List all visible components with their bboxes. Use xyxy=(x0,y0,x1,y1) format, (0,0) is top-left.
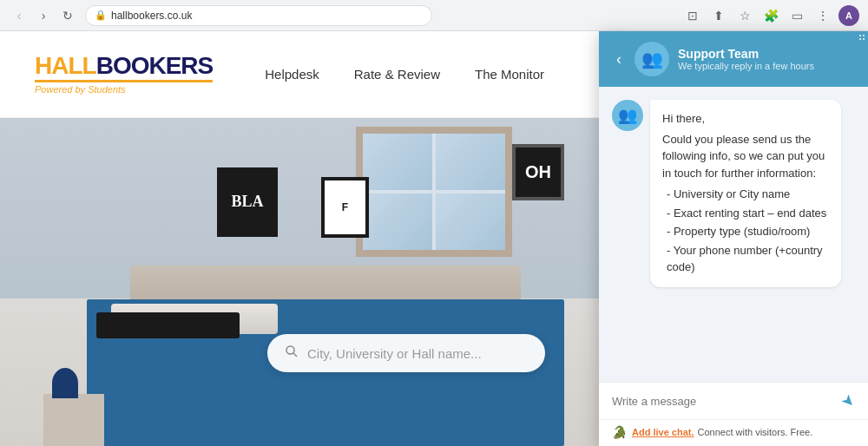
logo-hall: HALL xyxy=(35,52,96,79)
art-frame-2: F xyxy=(321,177,369,238)
window-pane-3 xyxy=(363,193,432,250)
search-icon xyxy=(285,344,299,362)
chat-list-item-2: - Exact renting start – end dates xyxy=(667,204,829,223)
chat-support-avatar: 👥 xyxy=(635,42,669,76)
chat-attribution-link[interactable]: Add live chat. xyxy=(632,427,694,437)
sidebar-icon[interactable]: ▭ xyxy=(786,5,807,26)
window-pane-1 xyxy=(363,134,432,190)
art-frame-1: BLA xyxy=(217,167,278,237)
chat-attribution-logo: 🐊 xyxy=(612,425,627,439)
clock xyxy=(52,368,78,398)
window-frame xyxy=(356,127,512,257)
chat-status: We typically reply in a few hours xyxy=(678,61,855,71)
nav-rate-review[interactable]: Rate & Review xyxy=(354,67,440,82)
logo-tagline: Powered by Students xyxy=(35,84,213,95)
chat-list-item-4: - Your phone number (+country code) xyxy=(667,241,829,277)
chat-header: ‹ 👥 Support Team We typically reply in a… xyxy=(599,31,868,87)
chat-list: - University or City name - Exact rentin… xyxy=(667,185,829,277)
chat-team-name: Support Team xyxy=(678,47,855,61)
bed-pillow-2 xyxy=(96,312,240,338)
nightstand xyxy=(43,394,104,446)
browser-chrome: ‹ › ↻ 🔒 hallbookers.co.uk ⊡ ⬆ ☆ 🧩 ▭ ⋮ A xyxy=(0,0,868,31)
chat-body: 👥 Hi there, Could you please send us the… xyxy=(599,87,868,382)
search-placeholder: City, University or Hall name... xyxy=(307,346,482,361)
chat-bubble: Hi there, Could you please send us the f… xyxy=(650,100,841,287)
resize-dots-icon xyxy=(859,35,865,40)
chat-attribution-text: Connect with visitors. Free. xyxy=(698,427,813,437)
lock-icon: 🔒 xyxy=(95,10,107,21)
cast-icon[interactable]: ⊡ xyxy=(682,5,703,26)
reload-button[interactable]: ↻ xyxy=(57,5,78,26)
chat-input-row: ➤ xyxy=(612,391,855,410)
chat-header-info: Support Team We typically reply in a few… xyxy=(678,47,855,71)
address-bar[interactable]: 🔒 hallbookers.co.uk xyxy=(85,5,432,26)
hero-search-bar[interactable]: City, University or Hall name... xyxy=(267,334,545,372)
chat-widget: ‹ 👥 Support Team We typically reply in a… xyxy=(599,31,868,446)
chat-avatar-emoji: 👥 xyxy=(641,49,663,69)
profile-avatar[interactable]: A xyxy=(838,5,859,26)
extension-icon[interactable]: 🧩 xyxy=(760,5,781,26)
chat-list-item-3: - Property type (studio/room) xyxy=(667,222,829,241)
share-icon[interactable]: ⬆ xyxy=(708,5,729,26)
window-pane-4 xyxy=(436,193,505,250)
chat-msg-avatar: 👥 xyxy=(612,100,643,131)
chat-back-button[interactable]: ‹ xyxy=(612,50,626,69)
window-pane-2 xyxy=(436,134,505,190)
forward-button[interactable]: › xyxy=(33,5,54,26)
chat-message-input[interactable] xyxy=(612,395,835,408)
send-icon: ➤ xyxy=(837,390,859,412)
chat-attribution: 🐊 Add live chat. Connect with visitors. … xyxy=(599,419,868,446)
chat-send-button[interactable]: ➤ xyxy=(837,390,859,412)
url-text: hallbookers.co.uk xyxy=(111,10,192,22)
menu-icon[interactable]: ⋮ xyxy=(812,5,833,26)
chat-intro: Could you please send us the following i… xyxy=(662,131,829,182)
art-frame-3: OH xyxy=(512,144,564,200)
nav-buttons: ‹ › ↻ xyxy=(9,5,78,26)
msg-avatar-emoji: 👥 xyxy=(618,106,637,125)
browser-toolbar-icons: ⊡ ⬆ ☆ 🧩 ▭ ⋮ A xyxy=(682,5,859,26)
bookmark-icon[interactable]: ☆ xyxy=(734,5,755,26)
chat-message-1: 👥 Hi there, Could you please send us the… xyxy=(612,100,855,287)
svg-point-2 xyxy=(286,346,294,354)
logo[interactable]: HALLBOOKERS Powered by Students xyxy=(35,54,213,95)
logo-underline xyxy=(35,80,213,82)
svg-line-3 xyxy=(293,353,297,357)
chat-list-item-1: - University or City name xyxy=(667,185,829,204)
main-nav: Helpdesk Rate & Review The Monitor xyxy=(265,67,651,82)
back-button[interactable]: ‹ xyxy=(9,5,30,26)
resize-handle[interactable] xyxy=(856,31,868,43)
chat-greeting: Hi there, xyxy=(662,110,829,128)
chat-footer: ➤ xyxy=(599,382,868,419)
nav-monitor[interactable]: The Monitor xyxy=(475,67,544,82)
logo-bookers: BOOKERS xyxy=(96,52,214,79)
nav-helpdesk[interactable]: Helpdesk xyxy=(265,67,319,82)
